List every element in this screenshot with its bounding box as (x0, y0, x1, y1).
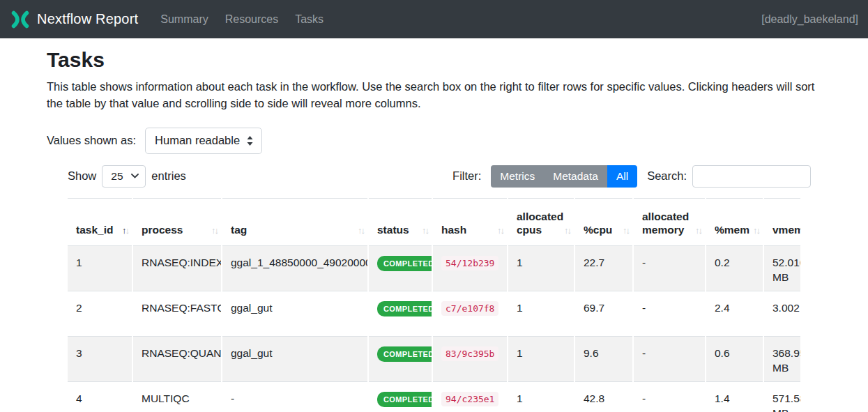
cell-process: MULTIQC (132, 381, 222, 412)
sort-icon: ↑↓ (753, 225, 759, 236)
cell-pmem: 0.2 (706, 245, 763, 291)
column-header-vmem[interactable]: vmem (763, 198, 800, 245)
column-header-allocated-cpus[interactable]: allocated cpus ↑↓ (508, 198, 574, 245)
tasks-section: Tasks This table shows information about… (0, 48, 868, 412)
status-badge: COMPLETED (377, 392, 432, 408)
cell-vmem: 3.002 (763, 291, 800, 336)
cell-allocated-cpus: 1 (508, 245, 574, 291)
filter-label: Filter: (452, 169, 481, 183)
cell-status: COMPLETED (368, 381, 432, 412)
cell-hash: 94/c235e1 (432, 381, 508, 412)
filter-metadata-button[interactable]: Metadata (544, 165, 607, 188)
page-title: Tasks (47, 48, 821, 72)
sort-icon: ↑↓ (211, 225, 218, 236)
cell-hash: 83/9c395b (432, 336, 508, 381)
tasks-table-scroll-area[interactable]: task_id ↑↓ process ↑↓ tag ↑↓ status (68, 198, 800, 412)
cell-tag: ggal_gut (222, 336, 368, 381)
values-shown-label: Values shown as: (47, 134, 136, 147)
cell-task-id: 3 (68, 336, 132, 381)
cell-task-id: 2 (68, 291, 132, 336)
cell-pcpu: 9.6 (574, 336, 633, 381)
nav-item-summary[interactable]: Summary (152, 8, 216, 31)
search-input[interactable] (692, 165, 811, 188)
cell-status: COMPLETED (368, 245, 432, 291)
cell-pmem: 1.4 (706, 381, 763, 412)
cell-tag: ggal_1_48850000_49020000 (222, 245, 368, 291)
sort-icon: ↑↓ (695, 225, 701, 236)
cell-allocated-cpus: 1 (508, 336, 574, 381)
sort-icon: ↑↓ (422, 225, 428, 236)
filter-button-group: Metrics Metadata All (491, 165, 637, 188)
cell-pcpu: 69.7 (574, 291, 633, 336)
cell-tag: ggal_gut (222, 291, 368, 336)
sort-icon: ↑↓ (623, 225, 629, 236)
entries-label: entries (151, 169, 186, 183)
cell-status: COMPLETED (368, 291, 432, 336)
cell-hash: 54/12b239 (432, 245, 508, 291)
cell-task-id: 1 (68, 245, 132, 291)
app-title: Nextflow Report (37, 11, 138, 27)
cell-vmem: 368.95 MB (763, 336, 800, 381)
tasks-table: task_id ↑↓ process ↑↓ tag ↑↓ status (68, 198, 800, 412)
search-label: Search: (647, 169, 687, 183)
cell-allocated-cpus: 1 (508, 291, 574, 336)
nav-links: Summary Resources Tasks (152, 8, 332, 31)
nav-item-tasks[interactable]: Tasks (287, 8, 332, 31)
nextflow-logo-icon (10, 9, 31, 30)
column-header-allocated-memory[interactable]: allocated memory ↑↓ (633, 198, 706, 245)
sort-icon: ↑↓ (122, 225, 128, 236)
column-header-task-id[interactable]: task_id ↑↓ (68, 198, 132, 245)
cell-vmem: 571.58 MB (763, 381, 800, 412)
page-length-value: 25 (111, 170, 123, 183)
column-header-tag[interactable]: tag ↑↓ (222, 198, 368, 245)
nav-item-resources[interactable]: Resources (217, 8, 287, 31)
status-badge: COMPLETED (377, 256, 432, 272)
navbar: Nextflow Report Summary Resources Tasks … (0, 0, 868, 38)
column-header-pcpu[interactable]: %cpu ↑↓ (574, 198, 633, 245)
cell-process: RNASEQ:QUANT (132, 336, 222, 381)
filter-all-button[interactable]: All (607, 165, 637, 188)
sort-icon: ↑↓ (564, 225, 570, 236)
hash-code: c7/e107f8 (441, 301, 498, 316)
table-row: 3 RNASEQ:QUANT ggal_gut COMPLETED 83/9c3… (68, 336, 800, 381)
show-label: Show (68, 169, 96, 183)
cell-allocated-memory: - (633, 381, 706, 412)
cell-pmem: 2.4 (706, 291, 763, 336)
cell-allocated-memory: - (633, 245, 706, 291)
cell-hash: c7/e107f8 (432, 291, 508, 336)
values-format-selected: Human readable (155, 134, 240, 147)
cell-allocated-memory: - (633, 336, 706, 381)
page-length-select[interactable]: 25 (102, 165, 146, 188)
run-name: [deadly_baekeland] (761, 13, 858, 26)
sort-icon: ↑↓ (358, 225, 364, 236)
filter-metrics-button[interactable]: Metrics (491, 165, 544, 188)
cell-pmem: 0.6 (706, 336, 763, 381)
chevron-down-icon (131, 174, 139, 178)
table-row: 4 MULTIQC - COMPLETED 94/c235e1 1 42.8 -… (68, 381, 800, 412)
hash-code: 54/12b239 (441, 256, 498, 270)
cell-task-id: 4 (68, 381, 132, 412)
column-header-status[interactable]: status ↑↓ (368, 198, 432, 245)
cell-status: COMPLETED (368, 336, 432, 381)
page-description: This table shows information about each … (47, 79, 821, 112)
cell-pcpu: 22.7 (574, 245, 633, 291)
hash-code: 83/9c395b (441, 346, 498, 361)
status-badge: COMPLETED (377, 301, 432, 317)
cell-vmem: 52.016 MB (763, 245, 800, 291)
values-format-select[interactable]: Human readable (145, 128, 262, 154)
column-header-process[interactable]: process ↑↓ (132, 198, 222, 245)
cell-allocated-memory: - (633, 291, 706, 336)
table-row: 1 RNASEQ:INDEX ggal_1_48850000_49020000 … (68, 245, 800, 291)
cell-pcpu: 42.8 (574, 381, 633, 412)
cell-tag: - (222, 381, 368, 412)
header-row: task_id ↑↓ process ↑↓ tag ↑↓ status (68, 198, 800, 245)
updown-caret-icon (247, 136, 253, 146)
cell-process: RNASEQ:INDEX (132, 245, 222, 291)
cell-allocated-cpus: 1 (508, 381, 574, 412)
hash-code: 94/c235e1 (441, 392, 498, 406)
table-row: 2 RNASEQ:FASTQC ggal_gut COMPLETED c7/e1… (68, 291, 800, 336)
brand-link[interactable]: Nextflow Report (10, 9, 138, 30)
column-header-hash[interactable]: hash ↑↓ (432, 198, 508, 245)
column-header-pmem[interactable]: %mem ↑↓ (706, 198, 763, 245)
status-badge: COMPLETED (377, 346, 432, 363)
